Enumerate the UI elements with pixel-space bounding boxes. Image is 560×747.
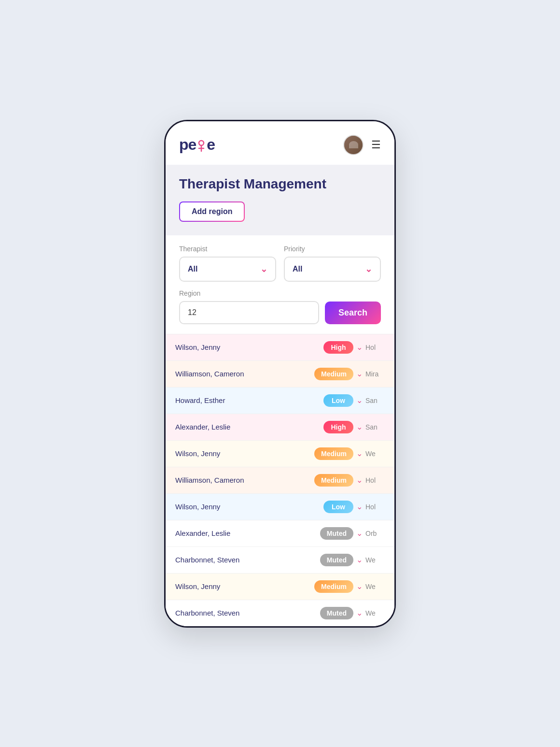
- item-right: Medium ⌄ We: [314, 447, 385, 460]
- item-right: Low ⌄ Hol: [323, 501, 385, 513]
- list-item[interactable]: Howard, Esther Low ⌄ San: [166, 388, 394, 414]
- priority-select-value: All: [293, 265, 302, 273]
- item-right: Muted ⌄ We: [320, 554, 385, 566]
- item-chevron-icon[interactable]: ⌄: [356, 422, 363, 431]
- menu-icon[interactable]: ☰: [371, 139, 381, 151]
- list-item[interactable]: Charbonnet, Steven Muted ⌄ We: [166, 600, 394, 626]
- priority-chevron-icon: ⌄: [365, 264, 372, 274]
- priority-badge: High: [323, 421, 353, 433]
- item-region: We: [365, 609, 385, 617]
- item-chevron-icon[interactable]: ⌄: [356, 555, 363, 564]
- add-region-button[interactable]: Add region: [180, 202, 244, 221]
- priority-badge: Medium: [314, 580, 353, 593]
- item-right: Muted ⌄ Orb: [320, 527, 385, 540]
- priority-badge: Medium: [314, 447, 353, 460]
- item-region: San: [365, 423, 385, 431]
- list-item[interactable]: Wilson, Jenny High ⌄ Hol: [166, 334, 394, 361]
- item-chevron-icon[interactable]: ⌄: [356, 449, 363, 458]
- item-chevron-icon[interactable]: ⌄: [356, 529, 363, 538]
- item-name: Wilson, Jenny: [175, 449, 309, 458]
- item-region: We: [365, 556, 385, 564]
- item-name: Charbonnet, Steven: [175, 609, 315, 617]
- phone-inner: pe e ☰ Therapist Management: [166, 121, 394, 626]
- priority-badge: Medium: [314, 474, 353, 487]
- item-chevron-icon[interactable]: ⌄: [356, 369, 363, 378]
- filter-row-top: Therapist All ⌄ Priority All ⌄: [179, 245, 381, 282]
- item-right: High ⌄ Hol: [323, 341, 385, 354]
- header-right: ☰: [343, 135, 381, 155]
- priority-filter-label: Priority: [284, 245, 381, 253]
- logo: pe e: [179, 136, 215, 154]
- priority-badge: High: [323, 341, 353, 354]
- item-right: Medium ⌄ Mira: [314, 368, 385, 380]
- item-name: Williamson, Cameron: [175, 370, 309, 378]
- item-region: Mira: [365, 370, 385, 378]
- region-input[interactable]: [179, 301, 319, 324]
- app-header: pe e ☰: [166, 121, 394, 165]
- priority-badge: Muted: [320, 607, 353, 619]
- item-right: Medium ⌄ We: [314, 580, 385, 593]
- item-right: High ⌄ San: [323, 421, 385, 433]
- list-item[interactable]: Charbonnet, Steven Muted ⌄ We: [166, 547, 394, 574]
- avatar-image: [344, 136, 363, 154]
- priority-badge: Low: [323, 501, 353, 513]
- svg-point-0: [199, 141, 204, 145]
- therapist-filter-group: Therapist All ⌄: [179, 245, 276, 282]
- item-name: Alexander, Leslie: [175, 423, 319, 431]
- user-avatar[interactable]: [343, 135, 364, 155]
- hero-section: Therapist Management Add region: [166, 165, 394, 235]
- item-region: Orb: [365, 530, 385, 537]
- item-right: Medium ⌄ Hol: [314, 474, 385, 487]
- item-chevron-icon[interactable]: ⌄: [356, 475, 363, 485]
- priority-badge: Low: [323, 394, 353, 407]
- priority-badge: Medium: [314, 368, 353, 380]
- region-row: Region Search: [179, 289, 381, 334]
- list-item[interactable]: Alexander, Leslie High ⌄ San: [166, 414, 394, 441]
- add-region-button-wrapper[interactable]: Add region: [179, 201, 245, 222]
- item-name: Wilson, Jenny: [175, 582, 309, 590]
- logo-star-icon: [197, 138, 206, 152]
- logo-text-pe: pe: [179, 136, 196, 154]
- therapist-list: Wilson, Jenny High ⌄ Hol Williamson, Cam…: [166, 334, 394, 626]
- item-name: Williamson, Cameron: [175, 476, 309, 484]
- list-item[interactable]: Wilson, Jenny Medium ⌄ We: [166, 441, 394, 467]
- item-name: Wilson, Jenny: [175, 343, 319, 351]
- region-filter-group: Region: [179, 289, 319, 324]
- phone-frame: pe e ☰ Therapist Management: [164, 120, 396, 628]
- priority-filter-group: Priority All ⌄: [284, 245, 381, 282]
- item-region: We: [365, 450, 385, 458]
- item-region: Hol: [365, 476, 385, 484]
- item-chevron-icon[interactable]: ⌄: [356, 343, 363, 352]
- logo-text-e: e: [207, 136, 215, 154]
- therapist-select[interactable]: All ⌄: [179, 257, 276, 282]
- therapist-filter-label: Therapist: [179, 245, 276, 253]
- list-item[interactable]: Wilson, Jenny Medium ⌄ We: [166, 574, 394, 600]
- item-chevron-icon[interactable]: ⌄: [356, 396, 363, 405]
- item-chevron-icon[interactable]: ⌄: [356, 608, 363, 618]
- region-filter-label: Region: [179, 289, 319, 297]
- item-region: Hol: [365, 344, 385, 351]
- item-region: San: [365, 397, 385, 404]
- filters-section: Therapist All ⌄ Priority All ⌄ Region: [166, 235, 394, 334]
- item-name: Charbonnet, Steven: [175, 556, 315, 564]
- item-right: Muted ⌄ We: [320, 607, 385, 619]
- therapist-select-value: All: [188, 265, 197, 273]
- item-region: We: [365, 583, 385, 590]
- list-item[interactable]: Williamson, Cameron Medium ⌄ Hol: [166, 467, 394, 494]
- item-right: Low ⌄ San: [323, 394, 385, 407]
- item-name: Howard, Esther: [175, 396, 319, 404]
- item-region: Hol: [365, 503, 385, 511]
- item-chevron-icon[interactable]: ⌄: [356, 582, 363, 591]
- priority-select[interactable]: All ⌄: [284, 257, 381, 282]
- item-name: Wilson, Jenny: [175, 503, 319, 511]
- item-name: Alexander, Leslie: [175, 529, 315, 537]
- priority-badge: Muted: [320, 527, 353, 540]
- list-item[interactable]: Williamson, Cameron Medium ⌄ Mira: [166, 361, 394, 388]
- item-chevron-icon[interactable]: ⌄: [356, 502, 363, 511]
- therapist-chevron-icon: ⌄: [260, 264, 267, 274]
- list-item[interactable]: Alexander, Leslie Muted ⌄ Orb: [166, 520, 394, 547]
- search-button[interactable]: Search: [325, 302, 381, 324]
- page-title: Therapist Management: [179, 176, 381, 192]
- priority-badge: Muted: [320, 554, 353, 566]
- list-item[interactable]: Wilson, Jenny Low ⌄ Hol: [166, 494, 394, 520]
